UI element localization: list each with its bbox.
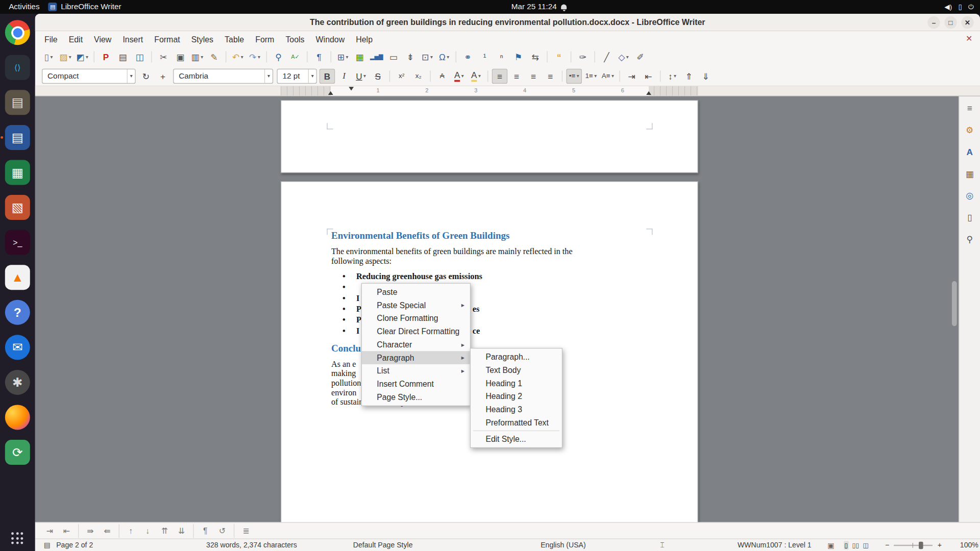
italic-button[interactable]: I: [336, 68, 352, 83]
paragraph-style-combobox[interactable]: Compact: [42, 68, 136, 83]
insert-table-button[interactable]: ⊞: [335, 49, 351, 64]
increase-indent-button[interactable]: ⇥: [624, 68, 640, 83]
menu-window[interactable]: Window: [310, 33, 351, 46]
close-document-button[interactable]: ✕: [966, 34, 972, 43]
vscode-dock-icon[interactable]: ⟨⟩: [5, 55, 30, 80]
context-menu-clone-formatting[interactable]: Clone Formatting: [362, 312, 470, 325]
font-size-combobox[interactable]: 12 pt: [277, 68, 316, 83]
insert-chart-button[interactable]: ▂▅▇: [369, 49, 384, 64]
demote-outline-button[interactable]: ⇥: [42, 524, 58, 538]
decrease-indent-button[interactable]: ⇤: [641, 68, 656, 83]
new-style-button[interactable]: +: [155, 68, 171, 83]
vertical-scrollbar[interactable]: [950, 96, 958, 522]
outline-list-button[interactable]: A≡: [600, 68, 616, 83]
paste-button[interactable]: ▥: [189, 49, 205, 64]
print-button[interactable]: ▤: [115, 49, 131, 64]
chrome-dock-icon[interactable]: [5, 20, 30, 45]
draw-functions-button[interactable]: ✐: [632, 49, 648, 64]
basic-shapes-button[interactable]: ◇: [616, 49, 631, 64]
multi-page-view-button[interactable]: ▯▯: [852, 541, 859, 549]
submenu-preformatted-text[interactable]: Preformatted Text: [471, 416, 562, 430]
formatting-marks-button[interactable]: ¶: [311, 49, 327, 64]
zoom-out-button[interactable]: −: [885, 541, 889, 548]
gallery-icon[interactable]: ▦: [962, 165, 978, 182]
align-left-button[interactable]: ≡: [492, 68, 508, 83]
print-preview-button[interactable]: ◫: [132, 49, 148, 64]
new-document-button[interactable]: ▯: [41, 49, 57, 64]
insert-field-button[interactable]: ⊡: [420, 49, 435, 64]
language-indicator[interactable]: English (USA): [541, 541, 585, 548]
decrease-paragraph-spacing-button[interactable]: ⇓: [698, 68, 714, 83]
clear-formatting-button[interactable]: A: [434, 68, 450, 83]
find-replace-button[interactable]: ⚲: [271, 49, 286, 64]
bold-button[interactable]: B: [320, 68, 335, 83]
left-indent-marker[interactable]: [328, 91, 333, 95]
menu-edit[interactable]: Edit: [63, 33, 88, 46]
zoom-slider-thumb[interactable]: [919, 542, 923, 549]
demote-with-subpoints-button[interactable]: ⇛: [83, 524, 99, 538]
gimp-dock-icon[interactable]: ✱: [5, 370, 30, 395]
menu-table[interactable]: Table: [219, 33, 250, 46]
increase-paragraph-spacing-button[interactable]: ⇑: [681, 68, 697, 83]
strikethrough-button[interactable]: S: [370, 68, 386, 83]
submenu-heading-3[interactable]: Heading 3: [471, 403, 562, 416]
impress-dock-icon[interactable]: ▧: [5, 195, 30, 220]
numbered-list-button[interactable]: 1≡: [583, 68, 599, 83]
menu-file[interactable]: File: [39, 33, 63, 46]
justify-button[interactable]: ≡: [543, 68, 558, 83]
chevron-down-icon[interactable]: [308, 69, 316, 83]
menu-insert[interactable]: Insert: [117, 33, 149, 46]
context-menu-list[interactable]: List: [362, 364, 470, 378]
export-pdf-button[interactable]: P: [98, 49, 114, 64]
undo-button[interactable]: ↶: [230, 49, 246, 64]
navigator-icon[interactable]: ◎: [962, 187, 978, 204]
volume-icon[interactable]: ◀): [944, 3, 952, 11]
zoom-level[interactable]: 100%: [960, 541, 978, 548]
highlight-color-button[interactable]: A: [468, 68, 484, 83]
subscript-button[interactable]: x₂: [410, 68, 426, 83]
firefox-dock-icon[interactable]: [5, 405, 30, 430]
insert-unnumbered-entry-button[interactable]: ¶: [198, 524, 213, 538]
styles-icon[interactable]: A: [962, 144, 978, 160]
font-name-combobox[interactable]: Cambria: [173, 68, 273, 83]
context-menu-paste-special[interactable]: Paste Special: [362, 298, 470, 312]
battery-icon[interactable]: ▯: [958, 3, 962, 11]
selection-mode-icon[interactable]: ⌶: [660, 541, 664, 549]
page-style[interactable]: Default Page Style: [353, 541, 413, 548]
insert-comment-button[interactable]: “: [551, 49, 567, 64]
submenu-edit-style[interactable]: Edit Style...: [471, 432, 562, 445]
menu-format[interactable]: Format: [149, 33, 185, 46]
font-color-button[interactable]: A: [451, 68, 467, 83]
activities-button[interactable]: Activities: [0, 3, 48, 11]
help-dock-icon[interactable]: ?: [5, 300, 30, 325]
scrollbar-thumb[interactable]: [952, 281, 957, 326]
menu-tools[interactable]: Tools: [280, 33, 310, 46]
insert-text-box-button[interactable]: ▭: [386, 49, 402, 64]
insert-cross-reference-button[interactable]: ⇆: [527, 49, 543, 64]
insert-line-button[interactable]: ╱: [599, 49, 615, 64]
save-button[interactable]: ◩: [75, 49, 90, 64]
page-1[interactable]: [281, 100, 698, 173]
restart-numbering-button[interactable]: ↺: [214, 524, 230, 538]
bullet-list-button[interactable]: •≡: [566, 68, 582, 83]
first-line-indent-marker[interactable]: [349, 87, 354, 90]
submenu-heading-2[interactable]: Heading 2: [471, 390, 562, 403]
menu-view[interactable]: View: [88, 33, 117, 46]
word-count[interactable]: 328 words, 2,374 characters: [206, 541, 297, 548]
insert-footnote-button[interactable]: ¹: [477, 49, 493, 64]
insert-bookmark-button[interactable]: ⚑: [510, 49, 526, 64]
properties-icon[interactable]: ⚙: [962, 122, 978, 138]
insert-image-button[interactable]: ▦: [352, 49, 368, 64]
submenu-heading-1[interactable]: Heading 1: [471, 377, 562, 390]
chevron-down-icon[interactable]: [127, 69, 135, 83]
move-up-button[interactable]: ↑: [123, 524, 139, 538]
move-up-with-subpoints-button[interactable]: ⇈: [157, 524, 173, 538]
redo-button[interactable]: ↷: [247, 49, 263, 64]
context-menu-clear-direct-formatting[interactable]: Clear Direct Formatting: [362, 325, 470, 338]
sidebar-settings-icon[interactable]: ≡: [962, 100, 978, 116]
close-button[interactable]: ✕: [961, 16, 973, 29]
document-modified-icon[interactable]: ▣: [827, 541, 834, 549]
page-icon[interactable]: ▯: [962, 209, 978, 226]
menu-form[interactable]: Form: [250, 33, 280, 46]
single-page-view-button[interactable]: ▯: [844, 541, 848, 549]
